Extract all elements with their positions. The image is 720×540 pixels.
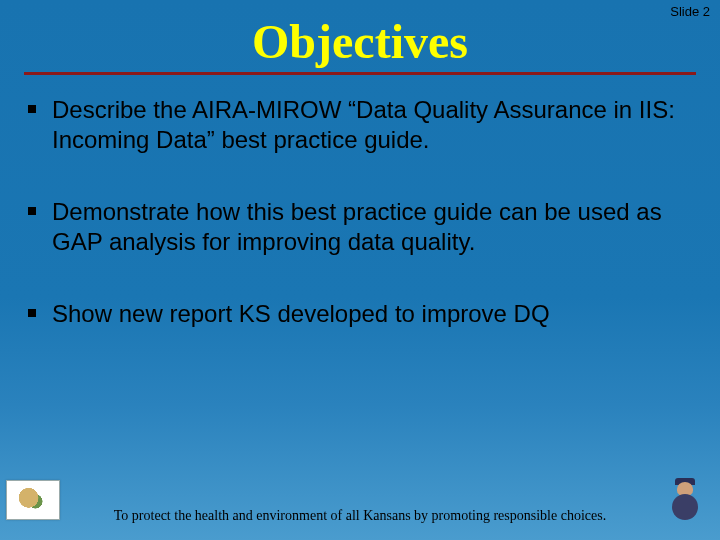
title-underline (24, 72, 696, 75)
content-area: Describe the AIRA-MIROW “Data Quality As… (24, 95, 684, 371)
bullet-item: Show new report KS developed to improve … (24, 299, 684, 329)
bullet-list: Describe the AIRA-MIROW “Data Quality As… (24, 95, 684, 329)
slide: Slide 2 Objectives Describe the AIRA-MIR… (0, 0, 720, 540)
mascot-icon (662, 478, 710, 526)
slide-title: Objectives (0, 14, 720, 69)
bullet-item: Demonstrate how this best practice guide… (24, 197, 684, 257)
bullet-item: Describe the AIRA-MIROW “Data Quality As… (24, 95, 684, 155)
footer-tagline: To protect the health and environment of… (0, 508, 720, 524)
